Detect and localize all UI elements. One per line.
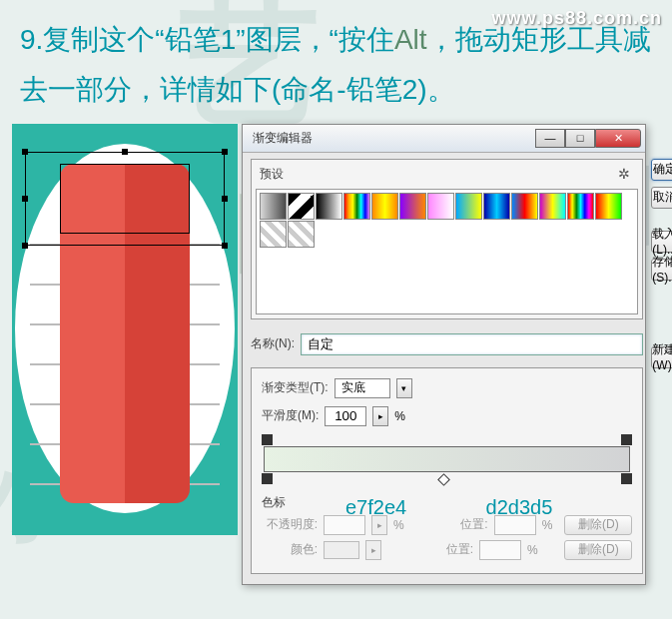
position-input-2 [479, 540, 521, 560]
preset-swatch[interactable] [511, 193, 538, 220]
load-button[interactable]: 载入(L)... [651, 231, 672, 253]
color-stop-right[interactable] [621, 473, 632, 484]
gradtype-dropdown-icon[interactable]: ▾ [396, 378, 412, 398]
presets-panel: 预设 ✲ [251, 159, 643, 319]
position-label-2: 位置: [417, 541, 473, 558]
preset-swatch[interactable] [595, 193, 622, 220]
position-label: 位置: [432, 516, 488, 533]
dialog-titlebar[interactable]: 渐变编辑器 — □ ✕ [243, 125, 645, 153]
hex-label-1: e7f2e4 [345, 496, 406, 519]
preset-swatch[interactable] [288, 221, 315, 248]
preset-swatch[interactable] [539, 193, 566, 220]
gear-icon[interactable]: ✲ [618, 166, 634, 182]
preset-swatch[interactable] [288, 193, 315, 220]
maximize-button[interactable]: □ [565, 129, 595, 148]
smooth-label: 平滑度(M): [262, 407, 319, 424]
preset-swatches [256, 189, 638, 314]
chevron-right-icon: ▸ [365, 540, 381, 560]
preset-swatch[interactable] [455, 193, 482, 220]
delete-button-2: 删除(D) [564, 540, 632, 560]
gradtype-label: 渐变类型(T): [262, 379, 329, 396]
stops-label: 色标 [262, 494, 632, 511]
preset-swatch[interactable] [567, 193, 594, 220]
opacity-label: 不透明度: [262, 516, 318, 533]
name-input[interactable] [301, 333, 643, 355]
minimize-button[interactable]: — [535, 129, 565, 148]
gradient-editor-dialog: 渐变编辑器 — □ ✕ 预设 ✲ 名称(N): [242, 124, 646, 585]
smooth-dropdown-icon[interactable]: ▸ [372, 406, 388, 426]
close-button[interactable]: ✕ [595, 129, 641, 148]
watermark-text: www.ps88.com.cn [492, 8, 662, 29]
preset-swatch[interactable] [316, 193, 342, 220]
canvas-preview [12, 124, 238, 535]
cancel-button[interactable]: 取消 [651, 187, 672, 209]
name-label: 名称(N): [251, 335, 295, 352]
smooth-input[interactable] [325, 406, 366, 426]
preset-swatch[interactable] [260, 221, 287, 248]
color-stop-left[interactable] [262, 473, 273, 484]
color-label: 颜色: [262, 541, 318, 558]
preset-swatch[interactable] [483, 193, 510, 220]
delete-button-1: 删除(D) [564, 515, 632, 535]
midpoint-stop[interactable] [437, 473, 450, 486]
presets-label: 预设 [260, 166, 618, 183]
preset-swatch[interactable] [399, 193, 426, 220]
preset-swatch[interactable] [260, 193, 287, 220]
gradient-panel: 渐变类型(T): 实底 ▾ 平滑度(M): ▸ % [251, 367, 643, 574]
selection-inner[interactable] [60, 164, 190, 234]
new-button[interactable]: 新建(W) [651, 346, 672, 368]
percent-label: % [394, 409, 405, 423]
opacity-stop-right[interactable] [621, 434, 632, 445]
preset-swatch[interactable] [371, 193, 398, 220]
preset-swatch[interactable] [427, 193, 454, 220]
ok-button[interactable]: 确定 [651, 159, 672, 181]
save-button[interactable]: 存储(S)... [651, 259, 672, 281]
gradtype-select[interactable]: 实底 [335, 378, 390, 398]
dialog-title: 渐变编辑器 [253, 130, 535, 147]
opacity-stop-left[interactable] [262, 434, 273, 445]
hex-label-2: d2d3d5 [486, 496, 553, 519]
preset-swatch[interactable] [343, 193, 370, 220]
color-box [324, 541, 359, 559]
gradient-bar[interactable] [264, 446, 630, 472]
